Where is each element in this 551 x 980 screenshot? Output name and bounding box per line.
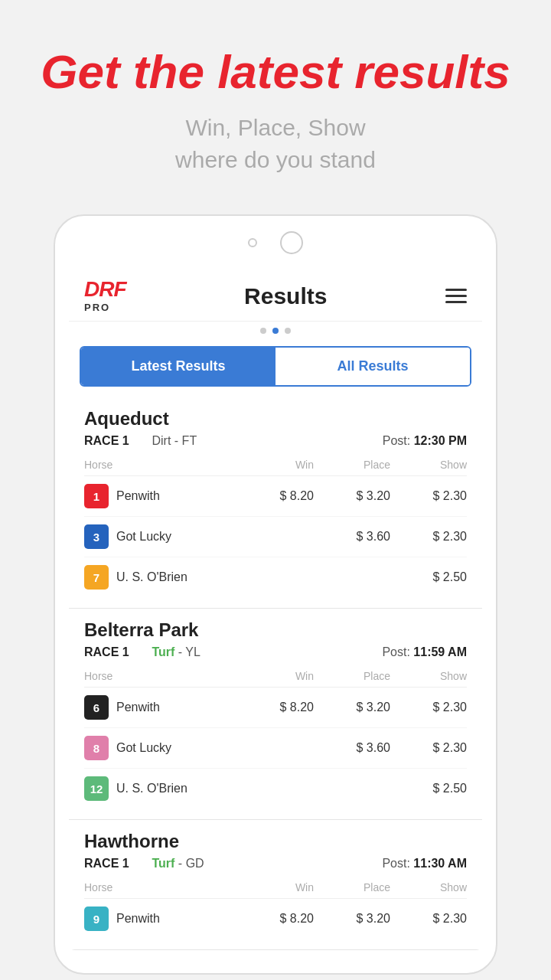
header-show: Show [390,670,467,682]
tab-bar: Latest Results All Results [80,346,471,387]
header-win: Win [237,459,314,471]
horse-name: Penwith [116,912,160,926]
horse-info: 9 Penwith [84,906,237,931]
dot-3[interactable] [285,328,291,334]
race-section-0: Aqueduct RACE 1 Dirt - FT Post: 12:30 PM… [69,397,482,609]
app-header: DRF PRO Results [69,266,482,322]
header-show: Show [390,459,467,471]
show-value: $ 2.30 [390,912,467,926]
post-time: Post: 12:30 PM [383,434,467,448]
venue-name: Hawthorne [84,831,467,852]
phone-camera [248,238,257,247]
race-info-row: RACE 1 Dirt - FT Post: 12:30 PM [84,434,467,448]
win-value: $ 8.20 [237,489,314,503]
show-value: $ 2.50 [390,570,467,584]
horse-info: 6 Penwith [84,695,237,720]
result-row: 6 Penwith $ 8.20 $ 3.20 $ 2.30 [84,688,467,728]
horse-number: 8 [84,736,109,760]
result-row: 9 Penwith $ 8.20 $ 3.20 $ 2.30 [84,899,467,939]
race-label: RACE 1 [84,434,129,447]
horse-number: 6 [84,695,109,720]
horse-number: 3 [84,524,109,549]
race-info-row: RACE 1 Turf - GD Post: 11:30 AM [84,857,467,871]
place-value: $ 3.20 [314,489,390,503]
post-time: Post: 11:30 AM [382,857,467,871]
venue-name: Belterra Park [84,619,467,641]
horse-info: 7 U. S. O'Brien [84,565,237,590]
horse-number: 12 [84,776,109,801]
win-value: $ 8.20 [237,912,314,926]
header-show: Show [390,881,467,893]
horse-name: Penwith [116,489,160,503]
show-value: $ 2.30 [390,489,467,503]
app-screen: DRF PRO Results Latest Results All Resul… [69,266,482,950]
phone-home-button [280,231,303,254]
header-win: Win [237,881,314,893]
phone-top-bar [63,231,488,254]
place-value: $ 3.20 [314,701,390,714]
horse-info: 1 Penwith [84,484,237,508]
horse-info: 8 Got Lucky [84,736,237,760]
race-section-1: Belterra Park RACE 1 Turf - YL Post: 11:… [69,609,482,820]
hamburger-line-3 [445,301,467,303]
tab-latest-results[interactable]: Latest Results [81,348,276,385]
horse-number: 7 [84,565,109,590]
hero-title: Get the latest results [31,46,520,98]
drf-pro-text: PRO [84,302,110,313]
drf-brand-text: DRF [84,279,126,300]
hamburger-line-1 [445,289,467,291]
horse-name: U. S. O'Brien [116,782,187,795]
race-sections: Aqueduct RACE 1 Dirt - FT Post: 12:30 PM… [69,397,482,950]
win-value: $ 8.20 [237,701,314,714]
header-horse: Horse [84,670,237,682]
results-header: Horse Win Place Show [84,878,467,899]
results-header: Horse Win Place Show [84,456,467,476]
drf-logo: DRF PRO [84,279,126,313]
venue-name: Aqueduct [84,408,467,430]
page-title: Results [244,283,327,309]
place-value: $ 3.60 [314,741,390,755]
hamburger-line-2 [445,295,467,297]
horse-info: 3 Got Lucky [84,524,237,549]
result-row: 1 Penwith $ 8.20 $ 3.20 $ 2.30 [84,476,467,517]
horse-name: Got Lucky [116,530,171,544]
header-place: Place [314,670,390,682]
page-dots-indicator [69,322,482,340]
show-value: $ 2.30 [390,530,467,544]
show-value: $ 2.30 [390,741,467,755]
phone-mockup: DRF PRO Results Latest Results All Resul… [54,214,497,975]
horse-number: 9 [84,906,109,931]
place-value: $ 3.60 [314,530,390,544]
horse-name: Penwith [116,701,160,714]
header-place: Place [314,459,390,471]
result-row: 7 U. S. O'Brien $ 2.50 [84,557,467,597]
hero-section: Get the latest results Win, Place, Show … [0,0,551,199]
dot-2[interactable] [272,328,279,334]
hero-subtitle: Win, Place, Show where do you stand [31,112,520,176]
results-header: Horse Win Place Show [84,667,467,688]
race-surface: Dirt [152,434,171,447]
race-surface: Turf [152,645,174,658]
horse-number: 1 [84,484,109,508]
header-win: Win [237,670,314,682]
race-label: RACE 1 [84,645,129,658]
race-surface: Turf [152,857,174,870]
race-info-row: RACE 1 Turf - YL Post: 11:59 AM [84,645,467,659]
race-label: RACE 1 [84,857,129,870]
horse-name: Got Lucky [116,741,171,755]
result-row: 8 Got Lucky $ 3.60 $ 2.30 [84,728,467,769]
dot-1[interactable] [260,328,266,334]
horse-name: U. S. O'Brien [116,570,187,584]
header-place: Place [314,881,390,893]
result-row: 12 U. S. O'Brien $ 2.50 [84,769,467,808]
hamburger-menu-button[interactable] [445,289,467,303]
post-time: Post: 11:59 AM [382,645,467,659]
show-value: $ 2.50 [390,782,467,795]
header-horse: Horse [84,881,237,893]
tab-all-results[interactable]: All Results [276,348,470,385]
horse-info: 12 U. S. O'Brien [84,776,237,801]
header-horse: Horse [84,459,237,471]
result-row: 3 Got Lucky $ 3.60 $ 2.30 [84,517,467,557]
race-section-2: Hawthorne RACE 1 Turf - GD Post: 11:30 A… [69,820,482,950]
show-value: $ 2.30 [390,701,467,714]
